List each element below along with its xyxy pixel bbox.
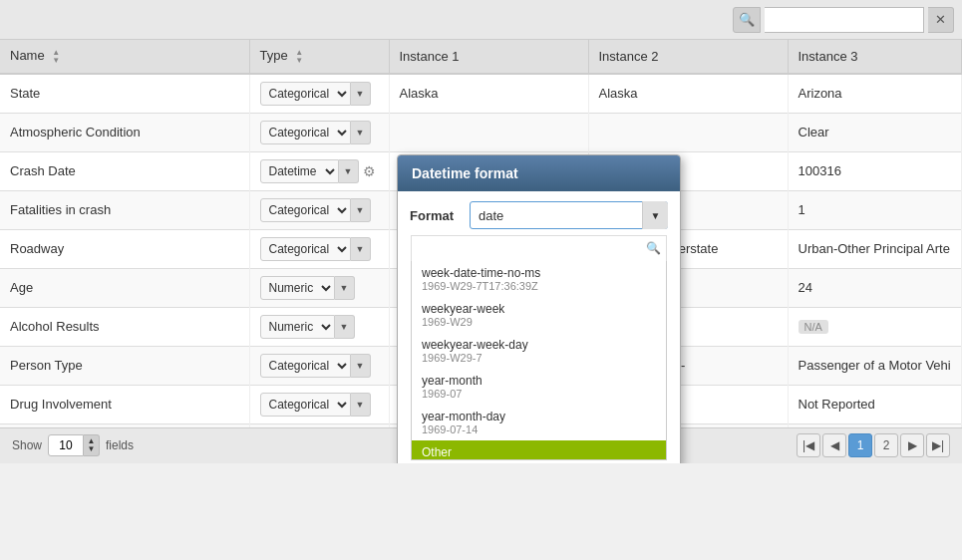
cell-instance3: 100316: [788, 151, 962, 190]
item-example: 1969-W29-7T17:36:39Z: [422, 280, 656, 292]
cell-type: Categorical ▼: [249, 346, 389, 385]
pagination-next-button[interactable]: ▶: [900, 433, 924, 457]
type-select[interactable]: Categorical: [260, 121, 351, 144]
dropdown-list[interactable]: week-date-time-no-ms 1969-W29-7T17:36:39…: [411, 261, 667, 460]
type-select-arrow-icon[interactable]: ▼: [351, 198, 371, 222]
cell-instance3: Passenger of a Motor Vehi: [788, 346, 962, 385]
cell-instance3: N/A: [788, 307, 962, 346]
search-container: 🔍 ✕: [733, 7, 954, 33]
cell-type: Categorical ▼: [249, 190, 389, 229]
dialog-format-row: Format date ▼: [410, 201, 668, 229]
cell-instance3: Clear: [788, 113, 962, 151]
search-clear-button[interactable]: ✕: [928, 7, 954, 33]
item-label: weekyear-week-day: [422, 338, 656, 352]
dropdown-item-year-month-day[interactable]: year-month-day 1969-07-14: [412, 405, 666, 440]
cell-name: Alcohol Results: [0, 307, 249, 346]
cell-name: Atmospheric Condition: [0, 113, 249, 151]
cell-name: Person Type: [0, 346, 249, 385]
pagination-prev-button[interactable]: ◀: [822, 433, 846, 457]
cell-type: Categorical ▼: [249, 113, 389, 151]
cell-name: State: [0, 74, 249, 114]
type-select[interactable]: Categorical: [260, 82, 351, 106]
table-row: State Categorical ▼ Alaska Alaska Arizon…: [0, 74, 962, 114]
item-example: 1969-07: [422, 388, 656, 400]
type-select[interactable]: Categorical: [260, 198, 351, 222]
dialog-title: Datetime format: [412, 165, 518, 181]
type-select-arrow-icon[interactable]: ▼: [351, 82, 371, 106]
cell-instance3: Urban-Other Principal Arte: [788, 229, 962, 268]
fields-per-page-input[interactable]: [48, 434, 84, 456]
cell-type: Numeric ▼: [249, 307, 389, 346]
cell-instance3: 24: [788, 268, 962, 307]
cell-type: Categorical ▼: [249, 229, 389, 268]
item-example: 1969-W29-7: [422, 352, 656, 364]
pagination-first-button[interactable]: |◀: [797, 433, 820, 457]
dropdown-item-year-month[interactable]: year-month 1969-07: [412, 369, 666, 405]
main-table-container: Name ▲▼ Type ▲▼ Instance 1 Instance 2 In…: [0, 40, 962, 463]
type-select[interactable]: Numeric: [260, 276, 335, 300]
top-bar: 🔍 ✕: [0, 0, 962, 40]
item-label: weekyear-week: [422, 302, 656, 316]
type-select-arrow-icon[interactable]: ▼: [335, 276, 355, 300]
show-label: Show: [12, 438, 42, 452]
type-select-arrow-icon[interactable]: ▼: [351, 354, 371, 378]
cell-name: Age: [0, 268, 249, 307]
cell-instance1: [389, 113, 588, 151]
dialog-header: Datetime format: [398, 155, 680, 191]
dropdown-item-week-date-time-no-ms[interactable]: week-date-time-no-ms 1969-W29-7T17:36:39…: [412, 261, 666, 297]
dropdown-search-wrap: 🔍: [411, 235, 667, 261]
table-header-row: Name ▲▼ Type ▲▼ Instance 1 Instance 2 In…: [0, 40, 962, 74]
col-header-instance3: Instance 3: [788, 40, 962, 74]
cell-name: Crash Date: [0, 151, 249, 190]
dropdown-item-weekyear-week-day[interactable]: weekyear-week-day 1969-W29-7: [412, 333, 666, 369]
cell-instance2: [588, 113, 788, 151]
type-select-arrow-icon[interactable]: ▼: [339, 159, 359, 183]
pagination-page-2-button[interactable]: 2: [874, 433, 898, 457]
fields-per-page-arrow[interactable]: ▲ ▼: [84, 434, 100, 456]
pagination-page-1-button[interactable]: 1: [848, 433, 872, 457]
type-select[interactable]: Categorical: [260, 237, 351, 261]
dropdown-search-icon: 🔍: [646, 241, 661, 255]
cell-type: Numeric ▼: [249, 268, 389, 307]
cell-name: Fatalities in crash: [0, 190, 249, 229]
dialog-body: Format date ▼ 🔍 week-date-t: [398, 191, 680, 463]
dialog-box: Datetime format Format date ▼ 🔍: [397, 154, 681, 463]
sort-icon-type[interactable]: ▲▼: [295, 49, 303, 65]
type-select-arrow-icon[interactable]: ▼: [335, 315, 355, 339]
item-example: 1969-07-14: [422, 423, 656, 435]
col-header-instance1: Instance 1: [389, 40, 588, 74]
type-select-arrow-icon[interactable]: ▼: [351, 121, 371, 144]
dropdown-item-other[interactable]: Other Define your own format: [412, 440, 666, 460]
item-example: 1969-W29: [422, 316, 656, 328]
search-icon-button[interactable]: 🔍: [733, 7, 761, 33]
type-select-arrow-icon[interactable]: ▼: [351, 237, 371, 261]
col-header-type[interactable]: Type ▲▼: [249, 40, 389, 74]
item-label: year-month-day: [422, 410, 656, 423]
dropdown-search-input[interactable]: [411, 235, 667, 261]
type-select[interactable]: Numeric: [260, 315, 335, 339]
dropdown-item-weekyear-week[interactable]: weekyear-week 1969-W29: [412, 297, 666, 333]
cell-name: Drug Involvement: [0, 385, 249, 423]
format-select[interactable]: date: [470, 201, 668, 229]
fields-label: fields: [106, 438, 134, 452]
dialog-format-label: Format: [410, 208, 462, 223]
format-select-wrap: date ▼: [470, 201, 668, 229]
cell-type: Categorical ▼: [249, 385, 389, 423]
gear-icon[interactable]: ⚙: [363, 163, 376, 179]
sort-icon-name[interactable]: ▲▼: [52, 49, 60, 65]
cell-instance1: Alaska: [389, 74, 588, 114]
type-select-datetime[interactable]: Datetime: [260, 159, 339, 183]
type-select[interactable]: Categorical: [260, 354, 351, 378]
type-select[interactable]: Categorical: [260, 393, 351, 417]
item-example: Define your own format: [422, 459, 656, 460]
table-row: Atmospheric Condition Categorical ▼ Clea…: [0, 113, 962, 151]
na-badge: N/A: [799, 320, 828, 334]
cell-instance3: Not Reported: [788, 385, 962, 423]
search-input[interactable]: [765, 7, 924, 33]
item-label: year-month: [422, 374, 656, 388]
pagination-last-button[interactable]: ▶|: [926, 433, 950, 457]
item-label: Other: [422, 445, 656, 459]
col-header-name[interactable]: Name ▲▼: [0, 40, 249, 74]
cell-instance3: 1: [788, 190, 962, 229]
type-select-arrow-icon[interactable]: ▼: [351, 393, 371, 417]
